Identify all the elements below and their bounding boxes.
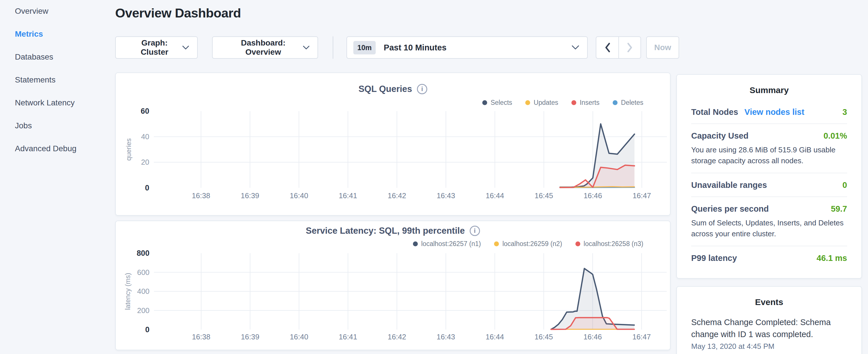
service-latency-chart-plot[interactable]: 020040060080016:3816:3916:4016:4116:4216… bbox=[116, 221, 670, 350]
time-range-picker[interactable]: 10m Past 10 Minutes bbox=[346, 36, 588, 59]
sidebar-item-jobs[interactable]: Jobs bbox=[15, 121, 115, 131]
summary-row-value: 46.1 ms bbox=[817, 254, 847, 263]
event-text: Schema Change Completed: Schema change w… bbox=[691, 316, 847, 340]
x-tick-label: 16:41 bbox=[339, 333, 357, 341]
summary-rows: Total NodesView nodes list3Capacity Used… bbox=[691, 100, 847, 269]
summary-row-label: Unavailable ranges bbox=[691, 181, 767, 190]
x-tick-label: 16:41 bbox=[339, 192, 358, 200]
events-panel: Events Schema Change Completed: Schema c… bbox=[676, 286, 862, 354]
dashboard-dropdown[interactable]: Dashboard: Overview bbox=[212, 36, 318, 59]
sidebar-nav-list: OverviewMetricsDatabasesStatementsNetwor… bbox=[0, 0, 115, 154]
summary-row: Queries per second59.7Sum of Selects, Up… bbox=[691, 197, 847, 246]
graph-dropdown[interactable]: Graph: Cluster bbox=[115, 36, 198, 59]
x-tick-label: 16:45 bbox=[534, 333, 553, 341]
event-timestamp: May 13, 2020 at 4:45 PM bbox=[691, 342, 847, 351]
summary-row-label: Capacity Used bbox=[691, 131, 748, 141]
summary-row-label: Queries per second bbox=[691, 204, 769, 214]
summary-row-value: 3 bbox=[842, 107, 847, 117]
y-tick-label: 0 bbox=[145, 325, 150, 334]
sidebar-item-overview[interactable]: Overview bbox=[15, 6, 115, 16]
x-tick-label: 16:44 bbox=[486, 192, 504, 200]
time-next-button[interactable] bbox=[618, 37, 641, 58]
graph-dropdown-label: Graph: Cluster bbox=[127, 38, 182, 57]
summary-row-description: Sum of Selects, Updates, Inserts, and De… bbox=[691, 217, 847, 239]
sidebar-item-advanced-debug[interactable]: Advanced Debug bbox=[15, 144, 115, 154]
summary-row-value: 59.7 bbox=[831, 204, 847, 214]
dashboard-dropdown-label: Dashboard: Overview bbox=[223, 38, 303, 57]
x-tick-label: 16:46 bbox=[584, 333, 602, 341]
chevron-right-icon bbox=[627, 43, 633, 53]
summary-row: Unavailable ranges0 bbox=[691, 173, 847, 197]
time-step-buttons bbox=[596, 36, 641, 59]
sql-queries-chart-plot[interactable]: 020406016:3816:3916:4016:4116:4216:4316:… bbox=[116, 73, 670, 215]
x-tick-label: 16:43 bbox=[437, 333, 455, 341]
service-latency-chart-card: Service Latency: SQL, 99th percentile i … bbox=[115, 221, 671, 350]
x-tick-label: 16:42 bbox=[388, 333, 406, 341]
x-tick-label: 16:38 bbox=[192, 333, 210, 341]
chevron-down-icon bbox=[303, 45, 309, 50]
sidebar-item-network-latency[interactable]: Network Latency bbox=[15, 98, 115, 108]
y-tick-label: 60 bbox=[141, 107, 149, 116]
y-axis-label: queries bbox=[125, 138, 132, 161]
view-nodes-link[interactable]: View nodes list bbox=[744, 107, 804, 117]
sql-queries-chart-card: SQL Queries i SelectsUpdatesInsertsDelet… bbox=[115, 72, 671, 216]
chevron-down-icon bbox=[182, 45, 189, 50]
time-range-badge: 10m bbox=[353, 41, 376, 55]
x-tick-label: 16:40 bbox=[290, 192, 308, 200]
summary-title: Summary bbox=[691, 85, 847, 95]
y-tick-label: 0 bbox=[145, 184, 149, 192]
x-tick-label: 16:38 bbox=[192, 192, 210, 200]
x-tick-label: 16:39 bbox=[241, 333, 259, 341]
summary-panel: Summary Total NodesView nodes list3Capac… bbox=[676, 74, 862, 279]
x-tick-label: 16:44 bbox=[486, 333, 504, 341]
y-tick-label: 200 bbox=[137, 307, 150, 315]
summary-row-label: Total Nodes bbox=[691, 107, 738, 117]
y-tick-label: 20 bbox=[141, 158, 149, 166]
page-title: Overview Dashboard bbox=[115, 6, 241, 21]
x-tick-label: 16:39 bbox=[241, 192, 259, 200]
x-tick-label: 16:47 bbox=[632, 192, 651, 200]
summary-row-value: 0 bbox=[842, 181, 847, 190]
summary-row-value: 0.01% bbox=[824, 131, 847, 141]
time-range-label: Past 10 Minutes bbox=[384, 43, 572, 53]
chevron-down-icon bbox=[572, 45, 579, 50]
chevron-left-icon bbox=[604, 43, 610, 53]
summary-row-description: You are using 28.6 MiB of 515.9 GiB usab… bbox=[691, 144, 847, 166]
summary-row-label: P99 latency bbox=[691, 254, 737, 263]
summary-row: Capacity Used0.01%You are using 28.6 MiB… bbox=[691, 124, 847, 173]
y-tick-label: 400 bbox=[137, 287, 150, 295]
x-tick-label: 16:45 bbox=[535, 192, 553, 200]
sidebar-item-metrics[interactable]: Metrics bbox=[15, 29, 115, 39]
summary-row: P99 latency46.1 ms bbox=[691, 246, 847, 269]
x-tick-label: 16:46 bbox=[584, 192, 602, 200]
x-tick-label: 16:47 bbox=[632, 333, 651, 341]
sidebar-item-databases[interactable]: Databases bbox=[15, 52, 115, 62]
summary-row: Total NodesView nodes list3 bbox=[691, 100, 847, 124]
time-now-button[interactable]: Now bbox=[646, 36, 679, 59]
x-tick-label: 16:40 bbox=[290, 333, 308, 341]
x-tick-label: 16:43 bbox=[437, 192, 455, 200]
y-tick-label: 600 bbox=[137, 268, 150, 277]
y-tick-label: 800 bbox=[137, 249, 150, 257]
y-tick-label: 40 bbox=[141, 133, 149, 141]
sidebar-item-statements[interactable]: Statements bbox=[15, 75, 115, 85]
events-title: Events bbox=[691, 297, 847, 307]
sidebar: OverviewMetricsDatabasesStatementsNetwor… bbox=[0, 0, 115, 354]
x-tick-label: 16:42 bbox=[388, 192, 406, 200]
y-axis-label: latency (ms) bbox=[124, 273, 131, 310]
events-list: Schema Change Completed: Schema change w… bbox=[691, 316, 847, 351]
time-prev-button[interactable] bbox=[596, 37, 618, 58]
controls-divider bbox=[333, 36, 333, 59]
event-item: Schema Change Completed: Schema change w… bbox=[691, 316, 847, 351]
